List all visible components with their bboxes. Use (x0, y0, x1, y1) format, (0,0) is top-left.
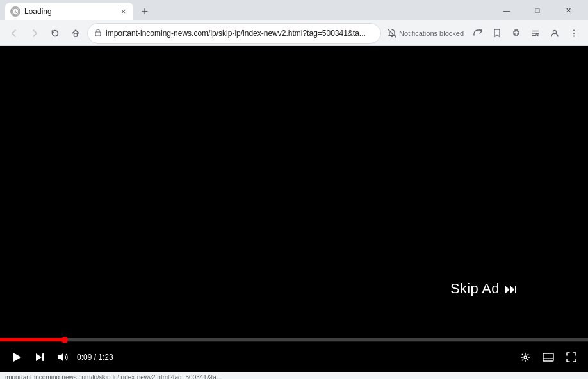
tab-title: Loading (24, 7, 114, 16)
window-controls: — □ ✕ (487, 0, 588, 20)
video-wrapper: Skip Ad ⏭ 0:09 / 1:23 (0, 46, 588, 372)
home-button[interactable] (67, 24, 85, 42)
svg-point-16 (524, 356, 527, 359)
next-button[interactable] (31, 348, 49, 366)
settings-button[interactable] (516, 348, 534, 366)
svg-point-10 (573, 33, 575, 34)
tab-favicon (10, 6, 20, 17)
url-text: important-incoming-news.com/lp/skip-lp/i… (106, 29, 374, 38)
svg-marker-13 (36, 353, 42, 361)
video-controls: 0:09 / 1:23 (0, 341, 588, 372)
tab-close-button[interactable]: ✕ (118, 6, 128, 17)
tab-strip: Loading ✕ + (0, 0, 487, 20)
progress-fill (0, 338, 65, 341)
svg-point-9 (573, 29, 575, 31)
menu-button[interactable] (565, 24, 583, 42)
profile-button[interactable] (546, 24, 564, 42)
toolbar: important-incoming-news.com/lp/skip-lp/i… (0, 20, 588, 46)
svg-marker-15 (58, 353, 63, 362)
bookmark-button[interactable] (488, 24, 506, 42)
theater-mode-button[interactable] (539, 348, 557, 366)
video-area[interactable]: Skip Ad ⏭ (0, 46, 588, 338)
titlebar: Loading ✕ + — □ ✕ (0, 0, 588, 20)
svg-point-7 (536, 33, 538, 35)
share-button[interactable] (469, 24, 487, 42)
notifications-blocked: Notifications blocked (384, 29, 468, 38)
close-button[interactable]: ✕ (553, 0, 583, 20)
active-tab[interactable]: Loading ✕ (5, 3, 133, 20)
status-bar: important-incoming-news.com/lp/skip-lp/i… (0, 372, 588, 379)
svg-point-11 (573, 35, 575, 36)
svg-rect-1 (74, 33, 78, 36)
tab-search-button[interactable] (527, 24, 544, 42)
progress-dot (61, 337, 68, 343)
skip-ad-icon: ⏭ (505, 282, 518, 296)
svg-rect-2 (95, 32, 101, 36)
time-display: 0:09 / 1:23 (77, 353, 113, 362)
play-button[interactable] (8, 348, 26, 366)
new-tab-button[interactable]: + (136, 3, 154, 20)
notification-blocked-text: Notifications blocked (399, 29, 464, 37)
skip-ad-label: Skip Ad (450, 280, 500, 297)
bell-slash-icon (388, 29, 396, 38)
address-bar[interactable]: important-incoming-news.com/lp/skip-lp/i… (87, 23, 381, 44)
svg-rect-14 (42, 353, 44, 361)
svg-rect-17 (543, 353, 553, 361)
reload-button[interactable] (46, 24, 64, 42)
progress-bar-area[interactable] (0, 338, 588, 341)
status-url: important-incoming-news.com/lp/skip-lp/i… (5, 374, 222, 380)
fullscreen-button[interactable] (562, 348, 580, 366)
minimize-button[interactable]: — (492, 0, 521, 20)
maximize-button[interactable]: □ (523, 0, 552, 20)
lock-icon (94, 28, 102, 38)
svg-marker-12 (13, 353, 21, 362)
skip-ad-button[interactable]: Skip Ad ⏭ (436, 271, 532, 306)
toolbar-right: Notifications blocked (384, 24, 583, 42)
progress-track (0, 338, 588, 341)
back-button[interactable] (5, 24, 23, 42)
extensions-button[interactable] (507, 24, 525, 42)
mute-button[interactable] (54, 348, 72, 366)
forward-button[interactable] (26, 24, 44, 42)
